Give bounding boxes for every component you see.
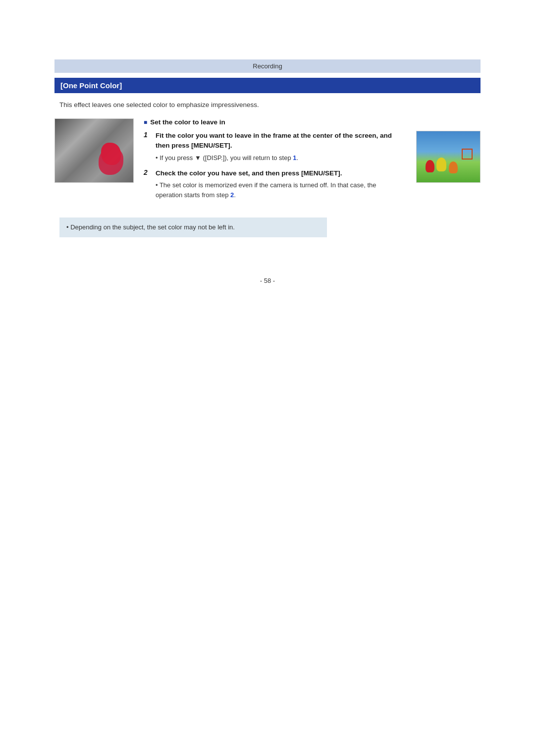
section-title: [One Point Color]	[60, 81, 122, 90]
steps-list: 1 Fit the color you want to leave in the…	[144, 131, 403, 206]
target-box	[462, 149, 473, 160]
right-tulip-image	[416, 131, 481, 183]
step-1-number: 1	[144, 131, 152, 139]
step-1-main-text: Fit the color you want to leave in the f…	[156, 131, 403, 151]
tulip-orange	[449, 162, 458, 173]
step-1-link: 1	[293, 154, 296, 162]
section-title-bar: [One Point Color]	[54, 78, 481, 93]
main-content: Set the color to leave in 1 Fit the colo…	[54, 118, 481, 206]
recording-header: Recording	[54, 59, 481, 73]
page-number: - 58 -	[54, 277, 481, 284]
flower-red-highlight	[99, 148, 123, 175]
tulip-red	[426, 160, 434, 172]
step-1-content: Fit the color you want to leave in the f…	[156, 131, 403, 162]
step-2-content: Check the color you have set, and then p…	[156, 168, 403, 200]
right-image-bg	[417, 131, 480, 182]
left-image-bg	[55, 119, 133, 182]
tip-note-box: • Depending on the subject, the set colo…	[59, 217, 327, 237]
step-2-note: • The set color is memorized even if the…	[156, 180, 403, 200]
left-flower-image	[54, 118, 134, 183]
step-2-number: 2	[144, 168, 152, 176]
step-1-note: • If you press ▼ ([DISP.]), you will ret…	[156, 153, 403, 163]
instructions-with-image: 1 Fit the color you want to leave in the…	[144, 131, 481, 206]
section-subtitle: Set the color to leave in	[144, 118, 481, 126]
instructions-area: Set the color to leave in 1 Fit the colo…	[144, 118, 481, 206]
intro-text: This effect leaves one selected color to…	[59, 101, 481, 108]
step-2: 2 Check the color you have set, and then…	[144, 168, 403, 200]
tulip-yellow	[436, 158, 446, 171]
right-image-container	[416, 131, 481, 183]
recording-label: Recording	[253, 62, 282, 70]
step-2-main-text: Check the color you have set, and then p…	[156, 168, 403, 178]
content-area: This effect leaves one selected color to…	[54, 101, 481, 237]
step-1: 1 Fit the color you want to leave in the…	[144, 131, 403, 162]
